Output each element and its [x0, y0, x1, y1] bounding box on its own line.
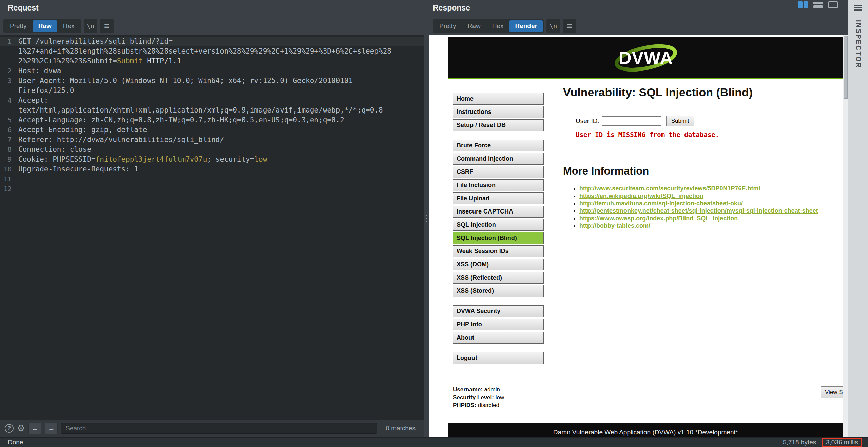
- dvwa-menu-php-info[interactable]: PHP Info: [453, 319, 544, 330]
- response-tab-pretty[interactable]: Pretty: [434, 20, 462, 32]
- editor-line: 10Upgrade-Insecure-Requests: 1: [0, 164, 424, 174]
- help-icon[interactable]: ?: [5, 424, 14, 433]
- search-match-count: 0 matches: [386, 425, 416, 432]
- response-tab-render[interactable]: Render: [509, 20, 542, 32]
- dvwa-menu-instructions[interactable]: Instructions: [453, 106, 544, 118]
- line-number: 1: [0, 37, 16, 46]
- search-settings-gear-icon[interactable]: ⚙: [17, 424, 25, 433]
- dvwa-status-line: PHPIDS: disabled: [453, 401, 504, 409]
- editor-line: 9Cookie: PHPSESSID=fnitofeppl3jert4fultm…: [0, 155, 424, 164]
- request-panel-title: Request: [8, 3, 39, 13]
- dvwa-menu-file-upload[interactable]: File Upload: [453, 192, 544, 204]
- request-tab-hex[interactable]: Hex: [58, 20, 80, 32]
- dvwa-menu-csrf[interactable]: CSRF: [453, 166, 544, 178]
- response-scrollbar-thumb[interactable]: [844, 36, 848, 99]
- panel-splitter[interactable]: [424, 0, 429, 437]
- inspector-menu-icon[interactable]: [854, 3, 862, 12]
- search-input[interactable]: [61, 423, 377, 434]
- editor-line: 8Connection: close: [0, 145, 424, 155]
- dvwa-menu-sql-injection-blind[interactable]: SQL Injection (Blind): [453, 232, 544, 244]
- dvwa-page-footer: Damn Vulnerable Web Application (DVWA) v…: [448, 423, 843, 437]
- response-scrollbar[interactable]: [843, 35, 848, 437]
- request-panel: Request PrettyRawHex \n ≡ 1GET /vulnerab…: [0, 0, 424, 437]
- request-search-bar: ? ⚙ ← → 0 matches: [0, 419, 424, 437]
- line-number: [0, 46, 16, 56]
- dvwa-logo: DVWA: [610, 40, 681, 75]
- editor-line: 11: [0, 174, 424, 184]
- dvwa-status-line: Security Level: low: [453, 393, 504, 401]
- line-number: [0, 86, 16, 96]
- rows-layout-icon[interactable]: [813, 2, 823, 8]
- response-tab-raw[interactable]: Raw: [462, 20, 486, 32]
- line-number: 7: [0, 135, 16, 145]
- status-bar: Done 5,718 bytes 3,036 millis: [0, 437, 868, 447]
- dvwa-menu-weak-session-ids[interactable]: Weak Session IDs: [453, 245, 544, 257]
- external-link[interactable]: http://ferruh.mavituna.com/sql-injection…: [579, 200, 743, 207]
- dvwa-menu-xss-stored[interactable]: XSS (Stored): [453, 285, 544, 297]
- status-done-text: Done: [8, 438, 23, 447]
- line-number: 8: [0, 145, 16, 155]
- line-number: 10: [0, 164, 16, 174]
- dvwa-menu-xss-reflected[interactable]: XSS (Reflected): [453, 272, 544, 284]
- dvwa-menu-command-injection[interactable]: Command Injection: [453, 153, 544, 165]
- line-number: 9: [0, 155, 16, 164]
- dvwa-menu-home[interactable]: Home: [453, 93, 544, 105]
- external-link[interactable]: http://www.securiteam.com/securityreview…: [579, 185, 760, 192]
- dvwa-menu-setup-reset-db[interactable]: Setup / Reset DB: [453, 119, 544, 131]
- info-link-item: https://www.owasp.org/index.php/Blind_SQ…: [579, 215, 843, 222]
- inspector-label: INSPECTOR: [854, 20, 862, 68]
- dvwa-logo-text: DVWA: [619, 48, 673, 68]
- response-bytes-count: 5,718 bytes: [783, 438, 816, 447]
- response-tab-hex[interactable]: Hex: [487, 20, 509, 32]
- line-number: 5: [0, 115, 16, 125]
- burp-repeater-window: Request PrettyRawHex \n ≡ 1GET /vulnerab…: [0, 0, 868, 447]
- external-link[interactable]: http://pentestmonkey.net/cheat-sheet/sql…: [579, 207, 818, 214]
- search-previous-match-button[interactable]: ←: [28, 423, 41, 434]
- line-number: [0, 105, 16, 115]
- editor-layout-controls: [798, 1, 838, 8]
- info-link-item: http://ferruh.mavituna.com/sql-injection…: [579, 200, 843, 207]
- more-information-heading: More Information: [563, 165, 843, 177]
- dvwa-menu-brute-force[interactable]: Brute Force: [453, 140, 544, 151]
- response-newline-toggle[interactable]: \n: [546, 19, 560, 33]
- line-number: 12: [0, 184, 16, 194]
- editor-line: text/html,application/xhtml+xml,applicat…: [0, 105, 424, 115]
- single-view-layout-icon[interactable]: [828, 1, 838, 8]
- editor-line: 6Accept-Encoding: gzip, deflate: [0, 125, 424, 135]
- response-time-annotation: 3,036 millis: [822, 438, 862, 447]
- request-view-tabrow: PrettyRawHex \n ≡: [3, 19, 114, 33]
- external-link[interactable]: http://bobby-tables.com/: [579, 222, 650, 229]
- inspector-collapsed-panel[interactable]: INSPECTOR: [848, 0, 868, 437]
- dvwa-menu-sql-injection[interactable]: SQL Injection: [453, 219, 544, 231]
- editor-line: 7Referer: http://dvwa/vulnerabilities/sq…: [0, 135, 424, 145]
- submit-button[interactable]: Submit: [666, 116, 694, 126]
- dvwa-main-content: Vulnerability: SQL Injection (Blind) Use…: [563, 80, 843, 229]
- dvwa-menu-logout[interactable]: Logout: [453, 352, 544, 364]
- user-id-input[interactable]: [602, 116, 661, 126]
- external-link[interactable]: https://en.wikipedia.org/wiki/SQL_inject…: [579, 192, 703, 199]
- dvwa-menu-dvwa-security[interactable]: DVWA Security: [453, 305, 544, 317]
- editor-line: 3User-Agent: Mozilla/5.0 (Windows NT 10.…: [0, 76, 424, 86]
- editor-line: Firefox/125.0: [0, 86, 424, 96]
- request-tab-pretty[interactable]: Pretty: [4, 20, 32, 32]
- columns-layout-icon[interactable]: [798, 1, 808, 8]
- editor-line: 2Host: dvwa: [0, 66, 424, 76]
- external-link[interactable]: https://www.owasp.org/index.php/Blind_SQ…: [579, 215, 738, 222]
- response-view-tabs: PrettyRawHexRender: [433, 19, 544, 33]
- user-id-form-box: User ID: Submit User ID is MISSING from …: [570, 110, 841, 146]
- dvwa-menu-insecure-captcha[interactable]: Insecure CAPTCHA: [453, 206, 544, 218]
- editor-line: 1%27+and+if%28length%28substr%28%28selec…: [0, 46, 424, 56]
- search-next-match-button[interactable]: →: [45, 423, 58, 434]
- request-editor[interactable]: 1GET /vulnerabilities/sqli_blind/?id=1%2…: [0, 35, 424, 419]
- line-number: 11: [0, 174, 16, 184]
- line-number: 3: [0, 76, 16, 86]
- response-options-menu-icon[interactable]: ≡: [563, 19, 576, 33]
- info-link-item: http://bobby-tables.com/: [579, 222, 843, 229]
- request-newline-toggle[interactable]: \n: [84, 19, 97, 33]
- dvwa-menu-file-inclusion[interactable]: File Inclusion: [453, 179, 544, 191]
- request-tab-raw[interactable]: Raw: [33, 20, 57, 32]
- dvwa-footer-text: Damn Vulnerable Web Application (DVWA) v…: [553, 429, 738, 437]
- dvwa-menu-about[interactable]: About: [453, 332, 544, 344]
- dvwa-menu-xss-dom[interactable]: XSS (DOM): [453, 259, 544, 270]
- request-options-menu-icon[interactable]: ≡: [100, 19, 114, 33]
